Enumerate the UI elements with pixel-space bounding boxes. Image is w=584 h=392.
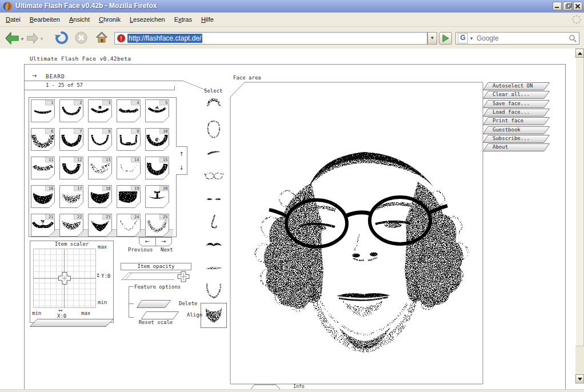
face-area-label: Face area [233, 75, 261, 81]
previous-button[interactable]: ← [139, 238, 156, 246]
beard-thumbnail[interactable]: 2 [59, 99, 83, 122]
beard-thumbnail[interactable]: 10 [145, 128, 169, 151]
beard-thumbnail[interactable]: 13 [88, 157, 112, 179]
eyes-icon[interactable] [202, 189, 226, 211]
go-button[interactable] [439, 32, 452, 45]
back-button[interactable] [5, 31, 19, 48]
beard-thumbnail[interactable]: 6 [31, 128, 55, 151]
menu-item[interactable]: Datei [1, 14, 25, 25]
svg-text:24: 24 [134, 215, 139, 219]
action-button[interactable]: About [483, 143, 550, 151]
menu-item[interactable]: Lesezeichen [125, 14, 170, 25]
beard-thumbnail[interactable]: 21 [31, 214, 55, 237]
url-bar[interactable]: ! http://flashface.ctapt.de/ [114, 32, 427, 45]
reset-scale-button[interactable]: Reset scale [30, 319, 114, 327]
action-button[interactable]: Guestbook [483, 126, 550, 134]
svg-text:16: 16 [49, 186, 53, 191]
next-label: Next [161, 247, 173, 253]
action-button[interactable]: Load face... [483, 109, 550, 117]
svg-text:23: 23 [106, 215, 110, 219]
stop-button[interactable] [74, 31, 88, 47]
reload-button[interactable] [55, 31, 69, 47]
forward-button[interactable] [26, 32, 39, 47]
opacity-slider[interactable] [119, 270, 194, 285]
svg-text:15: 15 [163, 158, 167, 162]
menu-item[interactable]: Bearbeiten [25, 14, 65, 25]
scaler-y-value: Y:0 [101, 273, 110, 279]
beard-thumbnail[interactable]: 23 [88, 214, 112, 237]
menu-item[interactable]: Hilfe [197, 14, 218, 25]
beard-icon[interactable] [202, 304, 226, 327]
beard-thumbnail[interactable]: 16 [31, 185, 55, 208]
action-button[interactable]: Save face... [483, 100, 550, 108]
browser-window: Ultimate Flash Face v0.42b - Mozilla Fir… [0, 0, 584, 392]
action-button[interactable]: Clear all... [483, 91, 550, 99]
svg-text:13: 13 [106, 158, 110, 162]
url-text[interactable]: http://flashface.ctapt.de/ [127, 34, 202, 43]
close-button[interactable] [573, 2, 582, 10]
scrollbar-up-button[interactable] [575, 49, 584, 58]
mouth-icon[interactable] [202, 258, 226, 281]
go-icon [442, 34, 450, 42]
beard-thumbnail[interactable]: 9 [117, 128, 141, 151]
mustache-icon[interactable] [202, 234, 226, 257]
beard-thumbnail[interactable]: 5 [145, 99, 169, 122]
beard-thumbnail[interactable]: 17 [59, 185, 83, 208]
beard-thumbnail[interactable]: 22 [59, 214, 83, 237]
beard-thumbnail[interactable]: 20 [145, 185, 169, 208]
home-icon [95, 31, 109, 45]
back-icon [5, 31, 19, 46]
beard-thumbnail[interactable]: 1 [31, 99, 55, 122]
glasses-icon[interactable] [202, 165, 226, 188]
action-button[interactable]: Autoselect ON [483, 82, 550, 90]
back-dropdown-icon[interactable]: ▼ [20, 37, 25, 42]
action-button[interactable]: Subscribe... [483, 135, 550, 143]
home-button[interactable] [95, 31, 109, 47]
svg-text:1: 1 [51, 101, 53, 105]
menu-item[interactable]: Extras [170, 14, 197, 25]
beard-thumbnail[interactable]: 25 [145, 214, 169, 237]
url-dropdown-button[interactable]: ▼ [427, 32, 437, 45]
menu-item[interactable]: Ansicht [65, 14, 94, 25]
delete-button[interactable]: Delete [137, 300, 171, 308]
restore-button[interactable] [563, 2, 572, 10]
menu-item[interactable]: Chronik [94, 14, 125, 25]
nose-icon[interactable] [202, 211, 226, 234]
previous-label: Previous [128, 247, 153, 253]
window-title: Ultimate Flash Face v0.42b - Mozilla Fir… [15, 2, 157, 10]
svg-text:18: 18 [106, 186, 110, 191]
title-bar[interactable]: Ultimate Flash Face v0.42b - Mozilla Fir… [0, 0, 584, 13]
item-opacity-title: Item opacity [121, 263, 191, 270]
action-button[interactable]: Print face [483, 117, 550, 125]
eyebrow-icon[interactable] [202, 142, 226, 165]
hair-icon[interactable] [202, 96, 226, 119]
beard-thumbnail[interactable]: 11 [31, 157, 55, 179]
forward-dropdown-icon[interactable]: ▼ [39, 37, 44, 42]
minimize-button[interactable] [553, 2, 562, 10]
next-button[interactable]: → [156, 238, 172, 246]
search-engine-dropdown-icon[interactable]: ▼ [469, 36, 474, 41]
beard-thumbnail[interactable]: 12 [59, 157, 83, 179]
beard-thumbnail[interactable]: 24 [117, 214, 141, 237]
beard-thumbnail[interactable]: 7 [59, 128, 83, 151]
head-icon[interactable] [202, 119, 226, 142]
composite-face[interactable] [236, 130, 476, 370]
search-bar[interactable]: G ▼ [455, 32, 579, 45]
beard-thumbnail[interactable]: 15 [145, 157, 169, 179]
jaw-icon[interactable] [202, 281, 226, 303]
scrollbar-thumb[interactable] [575, 58, 584, 346]
beard-thumbnail[interactable]: 18 [88, 185, 112, 208]
vertical-scrollbar[interactable] [575, 49, 584, 383]
search-input[interactable] [475, 34, 569, 43]
beard-thumbnail[interactable]: 4 [117, 99, 141, 122]
beard-thumbnail[interactable]: 3 [88, 99, 112, 122]
beard-thumbnail[interactable]: 14 [117, 157, 141, 179]
search-icon[interactable] [569, 34, 577, 43]
beard-thumbnail[interactable]: 19 [117, 185, 141, 208]
scrollbar-down-button[interactable] [575, 374, 584, 383]
beard-thumbnail[interactable]: 8 [88, 128, 112, 151]
scroll-up-icon[interactable]: ↑ [179, 151, 183, 157]
scroll-down-icon[interactable]: ↓ [179, 165, 183, 171]
scaler-handle[interactable] [58, 271, 71, 285]
align-at-button[interactable]: Align at [141, 311, 179, 319]
